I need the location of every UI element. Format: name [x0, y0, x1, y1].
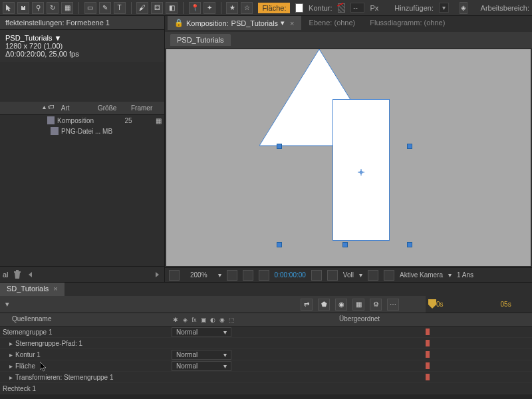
- tool-misc-icon[interactable]: ✦: [203, 2, 215, 14]
- tl-brain-icon[interactable]: ⚙: [370, 299, 382, 311]
- layer-bar[interactable]: [426, 374, 430, 380]
- star-outline-icon[interactable]: ☆: [241, 2, 253, 14]
- blend-mode-dropdown[interactable]: Normal▾: [172, 350, 231, 360]
- prev-arrow-icon[interactable]: [26, 270, 35, 279]
- layer-row[interactable]: ▸Transformieren: Sternengruppe 1: [0, 372, 532, 383]
- fill-swatch[interactable]: [295, 3, 303, 13]
- comp-sub-tab[interactable]: PSD_Tutorials: [170, 34, 231, 46]
- layer-bar[interactable]: [426, 340, 430, 346]
- tl-more-icon[interactable]: ⋯: [387, 299, 399, 311]
- puppet-tool-icon[interactable]: 📍: [189, 2, 201, 14]
- zoom-display[interactable]: 200%: [185, 271, 213, 279]
- camera-tool-icon[interactable]: ▦: [61, 2, 73, 14]
- ruler-icon[interactable]: [227, 270, 237, 281]
- tool-extra-icon[interactable]: ◈: [460, 2, 467, 14]
- eraser-tool-icon[interactable]: ◧: [166, 2, 178, 14]
- views-label[interactable]: 1 Ans: [457, 271, 473, 279]
- quality-icon[interactable]: ◈: [181, 316, 189, 324]
- selection-handle[interactable]: [277, 144, 282, 149]
- tl-dropdown-icon[interactable]: ▾: [5, 300, 9, 309]
- guides-icon[interactable]: [243, 270, 253, 281]
- shy-icon[interactable]: ✱: [172, 316, 180, 324]
- text-tool-icon[interactable]: T: [114, 2, 126, 14]
- camera-label[interactable]: Aktive Kamera: [400, 271, 443, 279]
- effects-tab[interactable]: ffekteinstellungen: Formebene 1: [0, 16, 164, 30]
- transparency-icon[interactable]: [384, 270, 394, 281]
- grid-icon[interactable]: [169, 270, 180, 281]
- hand-tool-icon[interactable]: [17, 2, 29, 14]
- parent-header[interactable]: Übergeordnet: [334, 313, 385, 326]
- layer-row[interactable]: Rechteck 1: [0, 383, 532, 394]
- source-header[interactable]: Quellenname: [0, 313, 172, 326]
- anchor-point-icon[interactable]: [358, 169, 364, 176]
- project-row[interactable]: PNG-Datei ... MB: [0, 126, 164, 136]
- selection-handle[interactable]: [407, 242, 412, 247]
- layer-bar[interactable]: [426, 362, 430, 369]
- comp-name[interactable]: PSD_Tutorials ▼: [5, 34, 159, 42]
- channels-icon[interactable]: [327, 270, 338, 281]
- tl-motion-blur-icon[interactable]: ◉: [335, 299, 347, 311]
- tl-3d-icon[interactable]: ⬟: [318, 299, 330, 311]
- layer-row[interactable]: Sternengruppe 1 Normal▾: [0, 327, 532, 338]
- layer-row[interactable]: ▸Kontur 1 Normal▾: [0, 349, 532, 360]
- selection-tool-icon[interactable]: [3, 2, 15, 14]
- project-row[interactable]: Komposition 25 ▦: [0, 115, 164, 126]
- res-dropdown-icon[interactable]: ▾: [359, 271, 362, 279]
- comp-tab-active[interactable]: 🔒 Komposition: PSD_Tutorials ▾ ×: [168, 16, 301, 30]
- frame-blend-icon[interactable]: ▣: [200, 316, 207, 324]
- star-polygon-icon[interactable]: ★: [226, 2, 238, 14]
- expand-icon[interactable]: ▸: [9, 340, 13, 347]
- tag-header-icon[interactable]: ▴ 🏷: [43, 103, 55, 113]
- brush-tool-icon[interactable]: 🖌: [136, 2, 148, 14]
- mask-icon[interactable]: [259, 270, 269, 281]
- timeline-tab[interactable]: SD_Tutorials ×: [0, 283, 65, 296]
- snapshot-icon[interactable]: [311, 270, 322, 281]
- selection-handle[interactable]: [342, 242, 348, 247]
- rotate-tool-icon[interactable]: ↻: [47, 2, 59, 14]
- layer-bar[interactable]: [426, 351, 430, 358]
- tab-dropdown-icon[interactable]: ▾: [281, 19, 285, 27]
- timeline-ruler[interactable]: 0s 05s: [426, 296, 532, 313]
- close-icon[interactable]: ×: [290, 19, 294, 27]
- rect-tool-icon[interactable]: ▭: [84, 2, 96, 14]
- zoom-tool-icon[interactable]: ⚲: [32, 2, 44, 14]
- add-dropdown[interactable]: ▾: [439, 3, 449, 13]
- region-icon[interactable]: [368, 270, 378, 281]
- main-toolbar: ⚲ ↻ ▦ ▭ ✎ T 🖌 ⚃ ◧ 📍 ✦ ★ ☆ Fläche: Kontur…: [0, 0, 532, 16]
- motion-blur-icon[interactable]: ◐: [209, 316, 217, 324]
- fx-icon[interactable]: fx: [190, 316, 198, 324]
- expand-icon[interactable]: ▸: [9, 351, 13, 358]
- stroke-width-field[interactable]: --: [350, 3, 364, 13]
- col-framer[interactable]: Framer: [128, 103, 162, 113]
- zoom-dropdown-icon[interactable]: ▾: [218, 271, 221, 279]
- layer-tab[interactable]: Ebene: (ohne): [303, 16, 362, 29]
- next-arrow-icon[interactable]: [152, 270, 162, 279]
- trash-icon[interactable]: [13, 270, 22, 279]
- blend-mode-dropdown[interactable]: Normal▾: [172, 327, 231, 337]
- selection-handle[interactable]: [277, 242, 282, 247]
- layer-row[interactable]: ▸Sternengruppe-Pfad: 1: [0, 338, 532, 349]
- playhead-icon[interactable]: [428, 299, 436, 310]
- layer-row[interactable]: ▸Fläche Normal▾: [0, 360, 532, 372]
- close-icon[interactable]: ×: [53, 285, 57, 293]
- selection-handle[interactable]: [407, 144, 412, 149]
- col-art[interactable]: Art: [59, 103, 95, 113]
- tl-graph-icon[interactable]: ⇄: [301, 299, 313, 311]
- cube-icon[interactable]: ⬚: [227, 316, 235, 324]
- col-groesse[interactable]: Größe: [95, 103, 128, 113]
- flowchart-tab[interactable]: Flussdiagramm: (ohne): [363, 16, 452, 29]
- tl-frame-blend-icon[interactable]: ▦: [352, 299, 364, 311]
- clone-tool-icon[interactable]: ⚃: [151, 2, 163, 14]
- resolution-label[interactable]: Voll: [343, 271, 354, 279]
- stroke-swatch[interactable]: [338, 3, 346, 13]
- time-display[interactable]: 0:00:00:00: [275, 271, 306, 279]
- pen-tool-icon[interactable]: ✎: [99, 2, 111, 14]
- camera-dropdown-icon[interactable]: ▾: [448, 271, 452, 279]
- expand-icon[interactable]: ▸: [9, 374, 13, 381]
- blend-mode-dropdown[interactable]: Normal▾: [172, 361, 231, 371]
- adjustment-icon[interactable]: ◉: [218, 316, 226, 324]
- canvas[interactable]: [166, 49, 531, 266]
- layer-bar[interactable]: [426, 329, 430, 335]
- row-extra-icon[interactable]: ▦: [156, 117, 162, 124]
- expand-icon[interactable]: ▸: [9, 362, 13, 370]
